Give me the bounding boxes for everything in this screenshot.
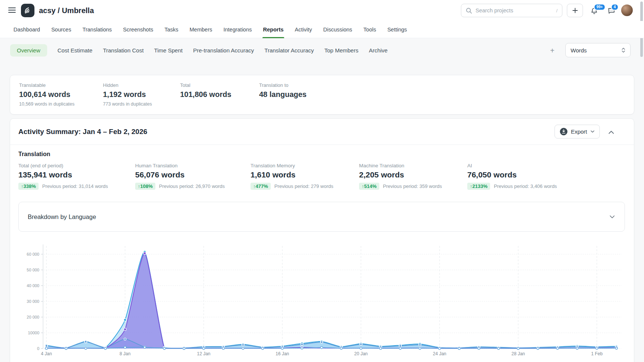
change-badge: ↑477%	[250, 183, 271, 190]
tab-pre-translation-accuracy[interactable]: Pre-translation Accuracy	[193, 47, 254, 54]
logo-swirl-icon	[23, 6, 32, 15]
nav-item-settings[interactable]: Settings	[387, 21, 407, 38]
report-tabs: Overview Cost Estimate Translation Cost …	[0, 40, 644, 60]
tab-overview[interactable]: Overview	[10, 44, 47, 57]
nav-item-activity[interactable]: Activity	[295, 21, 312, 38]
plus-icon	[572, 7, 578, 13]
metric-translation-memory: Translation Memory 1,610 words ↑477%Prev…	[250, 163, 333, 190]
stat-translatable: Translatable 100,614 words 10,569 words …	[19, 82, 103, 114]
svg-text:24 Jan: 24 Jan	[433, 351, 446, 356]
nav-item-integrations[interactable]: Integrations	[224, 21, 252, 38]
stat-translation-to: Translation to 48 languages	[259, 82, 307, 114]
messages-badge: 4	[611, 4, 619, 10]
nav-item-dashboard[interactable]: Dashboard	[13, 21, 40, 38]
change-badge: ↑514%	[359, 183, 379, 190]
svg-text:12 Jan: 12 Jan	[197, 351, 210, 356]
nav-item-discussions[interactable]: Discussions	[323, 21, 352, 38]
create-button[interactable]	[567, 4, 583, 17]
metric-machine-translation: Machine Translation 2,205 words ↑514%Pre…	[359, 163, 442, 190]
search-shortcut-hint: /	[556, 8, 558, 13]
svg-text:20 Jan: 20 Jan	[354, 351, 368, 356]
svg-text:50 000: 50 000	[27, 268, 39, 272]
nav-item-tools[interactable]: Tools	[364, 21, 376, 38]
svg-text:60 000: 60 000	[27, 252, 39, 256]
notifications-badge: 99+	[594, 4, 605, 10]
unit-select[interactable]: Words	[565, 43, 631, 57]
svg-text:0: 0	[37, 346, 39, 351]
stat-total: Total 101,806 words	[180, 82, 259, 114]
tab-top-members[interactable]: Top Members	[324, 47, 358, 54]
search-icon	[466, 7, 472, 14]
tab-cost-estimate[interactable]: Cost Estimate	[58, 47, 92, 54]
svg-text:28 Jan: 28 Jan	[511, 351, 525, 356]
metric-human-translation: Human Translation 56,076 words ↑108%Prev…	[135, 163, 225, 190]
svg-text:16 Jan: 16 Jan	[276, 351, 289, 356]
svg-text:10000: 10000	[28, 331, 39, 335]
nav-item-members[interactable]: Members	[189, 21, 212, 38]
add-report-tab-button[interactable]: +	[548, 46, 556, 55]
svg-text:20 000: 20 000	[27, 315, 39, 319]
project-nav: Dashboard Sources Translations Screensho…	[0, 21, 644, 38]
activity-chart: 01000020 00030 00040 00050 00060 0004 Ja…	[10, 236, 635, 362]
translation-activity-chart: 01000020 00030 00040 00050 00060 0004 Ja…	[10, 236, 635, 362]
unit-select-value: Words	[571, 47, 587, 54]
word-stats-card: Translatable 100,614 words 10,569 words …	[10, 75, 634, 115]
tab-translation-cost[interactable]: Translation Cost	[103, 47, 144, 54]
nav-item-sources[interactable]: Sources	[51, 21, 71, 38]
messages-button[interactable]: 4	[606, 5, 617, 16]
tab-time-spent[interactable]: Time Spent	[154, 47, 183, 54]
search-input[interactable]: Search projects /	[461, 4, 562, 17]
caret-down-icon	[590, 130, 595, 133]
nav-item-translations[interactable]: Translations	[82, 21, 112, 38]
svg-text:40 000: 40 000	[27, 283, 39, 288]
user-avatar[interactable]	[621, 4, 633, 16]
tab-archive[interactable]: Archive	[369, 47, 388, 54]
change-badge: ↑338%	[18, 183, 39, 190]
activity-header: Activity Summary: Jan 4 – Feb 2, 2026 Ex…	[10, 119, 634, 145]
metric-ai: AI 76,050 words ↑2133%Previous period: 3…	[467, 163, 557, 190]
breakdown-label: Breakdown by Language	[28, 213, 96, 220]
select-arrows-icon	[622, 48, 625, 53]
svg-text:4 Jan: 4 Jan	[41, 351, 52, 356]
search-placeholder: Search projects	[476, 7, 553, 13]
tab-translator-accuracy[interactable]: Translator Accuracy	[264, 47, 314, 54]
notifications-button[interactable]: 99+	[589, 5, 600, 16]
collapse-section-button[interactable]	[607, 128, 616, 137]
translation-metrics: Total (end of period) 135,941 words ↑338…	[10, 163, 634, 199]
svg-text:30 000: 30 000	[27, 299, 39, 304]
topbar: acsy / Umbrella Search projects / 99+ 4	[0, 0, 644, 21]
stat-hidden: Hidden 1,192 words 773 words in duplicat…	[103, 82, 180, 114]
activity-summary-card: Activity Summary: Jan 4 – Feb 2, 2026 Ex…	[10, 118, 634, 362]
change-badge: ↑2133%	[467, 183, 490, 190]
menu-icon[interactable]	[8, 7, 16, 13]
nav-item-screenshots[interactable]: Screenshots	[123, 21, 154, 38]
svg-text:8 Jan: 8 Jan	[119, 351, 130, 356]
nav-item-tasks[interactable]: Tasks	[164, 21, 178, 38]
export-button[interactable]: Export	[555, 125, 600, 139]
download-circle-icon	[560, 128, 568, 136]
chevron-down-icon	[610, 215, 615, 219]
change-badge: ↑108%	[135, 183, 155, 190]
activity-title: Activity Summary: Jan 4 – Feb 2, 2026	[18, 119, 147, 145]
translation-section-title: Translation	[18, 151, 50, 158]
chevron-up-icon	[608, 131, 614, 134]
svg-text:1 Feb: 1 Feb	[591, 351, 603, 356]
nav-item-reports[interactable]: Reports	[263, 21, 284, 38]
export-label: Export	[571, 128, 587, 135]
metric-total: Total (end of period) 135,941 words ↑338…	[18, 163, 108, 190]
page-title: acsy / Umbrella	[39, 0, 94, 21]
breakdown-by-language-toggle[interactable]: Breakdown by Language	[18, 202, 625, 232]
project-logo[interactable]	[21, 4, 34, 17]
